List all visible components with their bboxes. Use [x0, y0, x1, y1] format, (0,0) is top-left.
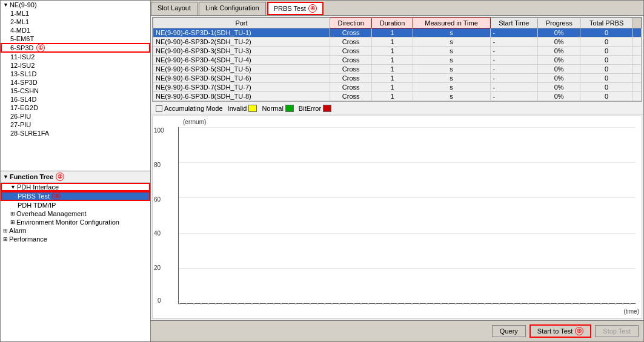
function-item-prbs[interactable]: PRBS Test ③	[1, 191, 150, 201]
stop-test-button[interactable]: Stop Test	[595, 325, 639, 337]
table-row[interactable]: NE(9-90)-6-SP3D-7(SDH_TU-7)Cross1s-0%0	[153, 83, 642, 92]
invalid-color-box	[248, 105, 257, 112]
function-item-performance[interactable]: ⊞ Performance	[1, 235, 150, 243]
col-header-duration: Duration	[372, 18, 413, 28]
tab-bar: Slot Layout Link Configuration PRBS Test…	[151, 1, 643, 16]
tab-link-configuration[interactable]: Link Configuration	[199, 2, 266, 15]
function-tree-header: ▼ Function Tree ②	[1, 171, 150, 183]
chart-area: (errnum) 100 80 60 40 20 0 (ti	[152, 116, 642, 319]
sidebar-item-28slre1fa[interactable]: 28-SLRE1FA	[1, 129, 150, 137]
expand-icon: ▼	[3, 2, 8, 8]
table-row[interactable]: NE(9-90)-6-SP3D-3(SDH_TU-3)Cross1s-0%0	[153, 47, 642, 56]
sidebar-item-6sp3d[interactable]: 6-SP3D ①	[1, 43, 150, 53]
sidebar-item-16sl4d[interactable]: 16-SL4D	[1, 95, 150, 104]
col-header-direction: Direction	[330, 18, 372, 28]
table-row[interactable]: NE(9-90)-6-SP3D-5(SDH_TU-5)Cross1s-0%0	[153, 65, 642, 74]
function-tree-label: Function Tree	[10, 173, 53, 180]
sidebar-item-13sl1d[interactable]: 13-SL1D	[1, 70, 150, 78]
grid-line-1	[179, 127, 636, 128]
y-label-60: 60	[154, 196, 161, 203]
function-item-overhead[interactable]: ⊞ Overhead Management	[1, 209, 150, 218]
legend-normal: Normal	[262, 105, 293, 112]
sidebar-item-27piu[interactable]: 27-PIU	[1, 120, 150, 129]
function-item-environment[interactable]: ⊞ Environment Monitor Configuration	[1, 218, 150, 226]
col-header-start-time: Start Time	[490, 18, 537, 28]
y-label-0: 0	[158, 297, 161, 304]
circle-2: ②	[56, 173, 64, 181]
table-row[interactable]: NE(9-90)-6-SP3D-4(SDH_TU-4)Cross1s-0%0	[153, 56, 642, 65]
grid-line-3	[179, 197, 636, 198]
grid-line-4	[179, 233, 636, 234]
table-row[interactable]: NE(9-90)-6-SP3D-6(SDH_TU-6)Cross1s-0%0	[153, 74, 642, 83]
legend-accumulating[interactable]: Accumulating Mode	[156, 105, 223, 112]
col-header-measured: Measured in Time	[413, 18, 490, 28]
ne-root[interactable]: ▼ NE(9-90)	[1, 1, 150, 9]
table-row[interactable]: NE(9-90)-6-SP3D-1(SDH_TU-1)Cross1s-0%0	[153, 28, 642, 38]
biterror-color-box	[323, 105, 331, 112]
chart-plot	[178, 127, 636, 304]
col-scrollbar	[633, 18, 642, 28]
function-item-alarm[interactable]: ⊞ Alarm	[1, 226, 150, 235]
sidebar-item-2ml1[interactable]: 2-ML1	[1, 18, 150, 26]
circle-4: ④	[308, 4, 317, 13]
x-axis-ticks	[179, 303, 636, 304]
accumulating-label: Accumulating Mode	[164, 105, 223, 112]
legend-invalid: Invalid	[228, 105, 257, 112]
normal-color-box	[285, 105, 294, 112]
tab-prbs-test[interactable]: PRBS Test ④	[267, 2, 324, 15]
tab-slot-layout[interactable]: Slot Layout	[151, 2, 198, 15]
grid-line-5	[179, 268, 636, 269]
y-label-40: 40	[154, 230, 161, 237]
function-item-pdh[interactable]: ▼ PDH Interface	[1, 183, 150, 191]
legend-biterror: BitError	[299, 105, 331, 112]
sidebar-item-1ml1[interactable]: 1-ML1	[1, 9, 150, 18]
query-button[interactable]: Query	[492, 325, 526, 337]
normal-label: Normal	[262, 105, 283, 112]
y-label-80: 80	[154, 162, 161, 168]
ne-label: NE(9-90)	[10, 1, 37, 8]
grid-line-2	[179, 162, 636, 163]
sidebar-item-26piu[interactable]: 26-PIU	[1, 112, 150, 120]
button-bar: Query Start to Test ⑤ Stop Test	[151, 320, 643, 341]
col-header-progress: Progress	[538, 18, 580, 28]
circle-1: ①	[36, 44, 45, 52]
col-header-port: Port	[153, 18, 330, 28]
circle-3: ③	[52, 192, 61, 200]
accumulating-checkbox[interactable]	[156, 105, 162, 112]
y-label-20: 20	[154, 265, 161, 271]
biterror-label: BitError	[299, 105, 321, 112]
table-row[interactable]: NE(9-90)-6-SP3D-2(SDH_TU-2)Cross1s-0%0	[153, 38, 642, 47]
invalid-label: Invalid	[228, 105, 247, 112]
sidebar-item-14sp3d[interactable]: 14-SP3D	[1, 78, 150, 87]
prbs-table: Port Direction Duration Measured in Time…	[153, 18, 642, 101]
legend-bar: Accumulating Mode Invalid Normal BitErro…	[151, 103, 643, 114]
table-row[interactable]: NE(9-90)-6-SP3D-8(SDH_TU-8)Cross1s-0%0	[153, 92, 642, 101]
sidebar-item-15cshn[interactable]: 15-CSHN	[1, 87, 150, 95]
sidebar-item-12isu2[interactable]: 12-ISU2	[1, 61, 150, 70]
sidebar-item-4md1[interactable]: 4-MD1	[1, 26, 150, 35]
circle-5: ⑤	[575, 327, 583, 335]
function-tree-expand: ▼	[3, 174, 8, 180]
start-to-test-button[interactable]: Start to Test ⑤	[529, 324, 592, 338]
sidebar-item-11isu2[interactable]: 11-ISU2	[1, 53, 150, 61]
y-label-100: 100	[154, 127, 164, 134]
chart-y-axis-label: (errnum)	[183, 119, 206, 125]
function-item-pdh-tdm[interactable]: PDH TDM/IP	[1, 201, 150, 209]
col-header-total-prbs: Total PRBS	[580, 18, 633, 28]
sidebar-item-5em6t[interactable]: 5-EM6T	[1, 35, 150, 43]
chart-x-axis-label: (time)	[623, 308, 639, 315]
sidebar-item-17eg2d[interactable]: 17-EG2D	[1, 104, 150, 112]
